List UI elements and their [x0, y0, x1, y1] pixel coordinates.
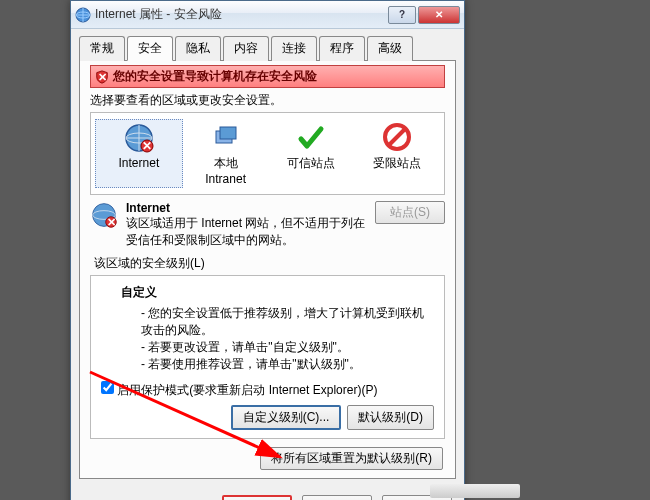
warning-text: 您的安全设置导致计算机存在安全风险	[113, 68, 317, 85]
zone-restricted[interactable]: 受限站点	[354, 119, 440, 188]
svg-text:✕: ✕	[107, 216, 116, 228]
security-level-box: 自定义 您的安全设置低于推荐级别，增大了计算机受到联机攻击的风险。 若要更改设置…	[90, 275, 445, 439]
help-button[interactable]: ?	[388, 6, 416, 24]
level-description-list: 您的安全设置低于推荐级别，增大了计算机受到联机攻击的风险。 若要更改设置，请单击…	[141, 305, 434, 373]
tab-bar: 常规 安全 隐私 内容 连接 程序 高级	[79, 35, 456, 61]
svg-line-10	[389, 129, 405, 145]
tab-security[interactable]: 安全	[127, 36, 173, 61]
zone-description-row: ✕ Internet 该区域适用于 Internet 网站，但不适用于列在受信任…	[90, 201, 445, 249]
zone-prompt: 选择要查看的区域或更改安全设置。	[90, 92, 445, 109]
cancel-button[interactable]: 取消	[302, 495, 372, 500]
tab-general[interactable]: 常规	[79, 36, 125, 61]
custom-level-button[interactable]: 自定义级别(C)...	[231, 405, 342, 430]
protected-mode-checkbox[interactable]	[101, 381, 114, 394]
prohibited-icon	[381, 121, 413, 153]
sites-button[interactable]: 站点(S)	[375, 201, 445, 224]
globe-icon	[75, 7, 91, 23]
zone-intranet[interactable]: 本地 Intranet	[183, 119, 269, 188]
security-warning-bar: ✕ 您的安全设置导致计算机存在安全风险	[90, 65, 445, 88]
shield-warning-icon: ✕	[95, 70, 109, 84]
protected-mode-row[interactable]: 启用保护模式(要求重新启动 Internet Explorer)(P)	[101, 383, 377, 397]
internet-properties-dialog: Internet 属性 - 安全风险 ? ✕ 常规 安全 隐私 内容 连接 程序…	[70, 0, 465, 500]
svg-text:✕: ✕	[142, 139, 152, 153]
ok-button[interactable]: 确定	[222, 495, 292, 500]
tab-privacy[interactable]: 隐私	[175, 36, 221, 61]
taskbar-fragment	[430, 484, 520, 498]
zone-trusted[interactable]: 可信站点	[269, 119, 355, 188]
zone-description: 该区域适用于 Internet 网站，但不适用于列在受信任和受限制区域中的网站。	[126, 216, 365, 247]
zone-internet[interactable]: ✕ Internet	[95, 119, 183, 188]
svg-rect-8	[220, 127, 236, 139]
tab-content[interactable]: 内容	[223, 36, 269, 61]
reset-all-zones-button[interactable]: 将所有区域重置为默认级别(R)	[260, 447, 443, 470]
globe-warning-icon: ✕	[90, 201, 118, 229]
intranet-icon	[210, 121, 242, 153]
globe-icon: ✕	[123, 122, 155, 154]
svg-text:✕: ✕	[98, 70, 107, 82]
close-button[interactable]: ✕	[418, 6, 460, 24]
tab-connections[interactable]: 连接	[271, 36, 317, 61]
zone-selector: ✕ Internet 本地 Intranet 可信站点 受限站点	[90, 112, 445, 195]
window-title: Internet 属性 - 安全风险	[95, 6, 388, 23]
level-title: 自定义	[121, 284, 434, 301]
checkmark-icon	[295, 121, 327, 153]
titlebar[interactable]: Internet 属性 - 安全风险 ? ✕	[71, 1, 464, 29]
security-level-label: 该区域的安全级别(L)	[94, 255, 445, 272]
tab-programs[interactable]: 程序	[319, 36, 365, 61]
tab-advanced[interactable]: 高级	[367, 36, 413, 61]
default-level-button[interactable]: 默认级别(D)	[347, 405, 434, 430]
tab-panel-security: ✕ 您的安全设置导致计算机存在安全风险 选择要查看的区域或更改安全设置。 ✕ I…	[79, 61, 456, 479]
zone-name: Internet	[126, 201, 170, 215]
dialog-button-row: 确定 取消 应用(A)	[71, 487, 464, 500]
protected-mode-label: 启用保护模式(要求重新启动 Internet Explorer)(P)	[117, 383, 377, 397]
